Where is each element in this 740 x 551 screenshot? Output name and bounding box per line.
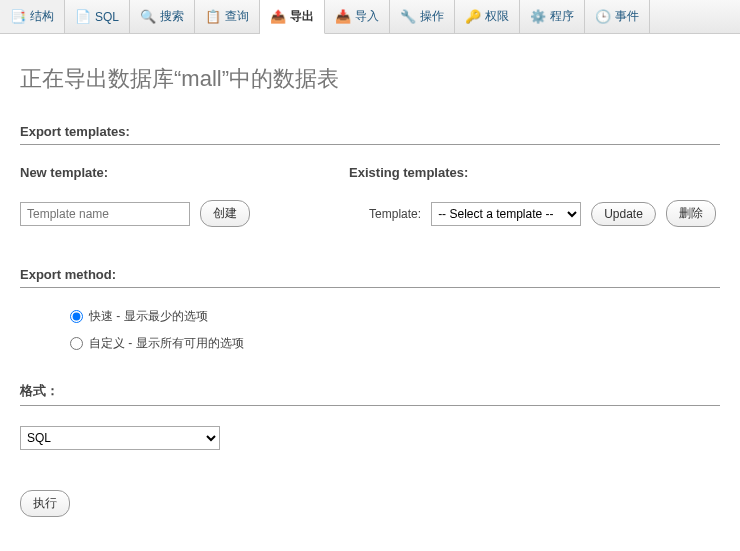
templates-row: New template: 创建 Existing templates: Tem…	[20, 165, 720, 227]
tab-export[interactable]: 📤 导出	[260, 0, 325, 34]
operations-icon: 🔧	[400, 9, 416, 25]
execute-button[interactable]: 执行	[20, 490, 70, 517]
create-button[interactable]: 创建	[200, 200, 250, 227]
events-icon: 🕒	[595, 9, 611, 25]
existing-templates-col: Existing templates: Template: -- Select …	[349, 165, 720, 227]
format-heading: 格式：	[20, 382, 720, 406]
privileges-icon: 🔑	[465, 9, 481, 25]
tab-query[interactable]: 📋 查询	[195, 0, 260, 33]
export-templates-heading: Export templates:	[20, 124, 720, 145]
quick-method-row[interactable]: 快速 - 显示最少的选项	[70, 308, 720, 325]
routines-icon: ⚙️	[530, 9, 546, 25]
tab-label: 事件	[615, 8, 639, 25]
custom-method-row[interactable]: 自定义 - 显示所有可用的选项	[70, 335, 720, 352]
custom-label: 自定义 - 显示所有可用的选项	[89, 335, 244, 352]
tab-import[interactable]: 📥 导入	[325, 0, 390, 33]
tab-routines[interactable]: ⚙️ 程序	[520, 0, 585, 33]
new-template-form: 创建	[20, 200, 329, 227]
tab-search[interactable]: 🔍 搜索	[130, 0, 195, 33]
tab-label: SQL	[95, 10, 119, 24]
content-area: 正在导出数据库“mall”中的数据表 Export templates: New…	[0, 34, 740, 537]
tab-label: 导出	[290, 8, 314, 25]
tab-label: 权限	[485, 8, 509, 25]
export-method-heading: Export method:	[20, 267, 720, 288]
new-template-heading: New template:	[20, 165, 329, 180]
tab-events[interactable]: 🕒 事件	[585, 0, 650, 33]
tab-label: 搜索	[160, 8, 184, 25]
tab-label: 结构	[30, 8, 54, 25]
tab-label: 程序	[550, 8, 574, 25]
tab-sql[interactable]: 📄 SQL	[65, 0, 130, 33]
format-select[interactable]: SQL	[20, 426, 220, 450]
tab-structure[interactable]: 📑 结构	[0, 0, 65, 33]
page-title: 正在导出数据库“mall”中的数据表	[20, 64, 720, 94]
query-icon: 📋	[205, 9, 221, 25]
update-button[interactable]: Update	[591, 202, 656, 226]
tab-label: 导入	[355, 8, 379, 25]
execute-row: 执行	[20, 490, 720, 517]
template-label: Template:	[369, 207, 421, 221]
sql-icon: 📄	[75, 9, 91, 25]
export-method-group: 快速 - 显示最少的选项 自定义 - 显示所有可用的选项	[20, 308, 720, 352]
quick-label: 快速 - 显示最少的选项	[89, 308, 208, 325]
template-select[interactable]: -- Select a template --	[431, 202, 581, 226]
delete-button[interactable]: 删除	[666, 200, 716, 227]
top-tabs: 📑 结构 📄 SQL 🔍 搜索 📋 查询 📤 导出 📥 导入 🔧 操作 🔑 权限…	[0, 0, 740, 34]
existing-templates-heading: Existing templates:	[349, 165, 720, 180]
template-name-input[interactable]	[20, 202, 190, 226]
new-template-col: New template: 创建	[20, 165, 329, 227]
import-icon: 📥	[335, 9, 351, 25]
structure-icon: 📑	[10, 9, 26, 25]
existing-template-form: Template: -- Select a template -- Update…	[349, 200, 720, 227]
export-icon: 📤	[270, 9, 286, 25]
quick-radio[interactable]	[70, 310, 83, 323]
tab-operations[interactable]: 🔧 操作	[390, 0, 455, 33]
custom-radio[interactable]	[70, 337, 83, 350]
tab-label: 查询	[225, 8, 249, 25]
tab-label: 操作	[420, 8, 444, 25]
tab-privileges[interactable]: 🔑 权限	[455, 0, 520, 33]
search-icon: 🔍	[140, 9, 156, 25]
